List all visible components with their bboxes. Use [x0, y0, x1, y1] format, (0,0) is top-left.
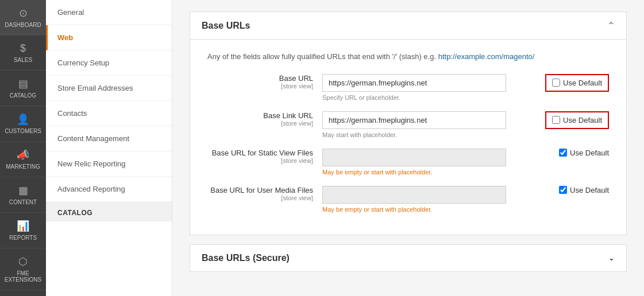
sidebar-item-catalog[interactable]: ▤ CATALOG: [0, 71, 46, 106]
sidebar-item-reports[interactable]: 📊 REPORTS: [0, 213, 46, 248]
use-default-checkbox-media-url[interactable]: [559, 186, 567, 194]
sidebar-item-label: DASHBOARD: [5, 22, 41, 28]
collapse-icon: ⌃: [607, 20, 615, 31]
use-default-checkbox-static-view-url[interactable]: [559, 149, 567, 157]
field-base-link-url: May start with placeholder.: [322, 111, 534, 138]
use-default-media-url: Use Default: [559, 186, 609, 194]
base-urls-secure-header[interactable]: Base URLs (Secure) ⌄: [190, 244, 627, 272]
input-static-view-url[interactable]: [322, 149, 506, 166]
use-default-label-base-url: Use Default: [563, 79, 602, 87]
hint-base-link-url: May start with placeholder.: [322, 131, 534, 138]
form-row-base-link-url: Base Link URL [store view] May start wit…: [207, 111, 609, 138]
use-default-checkbox-base-url[interactable]: [552, 79, 560, 87]
sales-icon: $: [20, 42, 26, 54]
nav-item-new-relic[interactable]: New Relic Reporting: [46, 151, 172, 177]
label-static-view-url: Base URL for Static View Files [store vi…: [207, 149, 322, 164]
hint-base-url: Specify URL or placeholder.: [322, 94, 534, 101]
section-title: Base URLs: [202, 21, 250, 31]
use-default-label-static-view-url: Use Default: [570, 149, 609, 157]
sidebar-item-label: CONTENT: [9, 199, 37, 205]
description-text: Any of the fields allow fully qualified …: [207, 51, 609, 63]
nav-item-content-mgmt[interactable]: Content Management: [46, 126, 172, 151]
label-base-url: Base URL [store view]: [207, 74, 322, 89]
use-default-label-base-link-url: Use Default: [563, 116, 602, 124]
sidebar-item-label: CUSTOMERS: [5, 128, 41, 134]
description-link[interactable]: http://example.com/magento/: [438, 52, 535, 61]
sidebar-item-label: MARKETING: [6, 163, 40, 170]
hint-static-view-url: May be empty or start with placeholder.: [322, 169, 547, 176]
nav-item-currency[interactable]: Currency Setup: [46, 50, 172, 76]
nav-section-catalog: CATALOG: [46, 202, 172, 221]
sidebar-item-sales[interactable]: $ SALES: [0, 36, 46, 71]
content-icon: ▦: [18, 184, 28, 197]
sidebar-item-marketing[interactable]: 📣 MARKETING: [0, 142, 46, 177]
nav-item-general[interactable]: General: [46, 0, 172, 25]
use-default-checkbox-base-link-url[interactable]: [552, 116, 560, 124]
base-urls-body: Any of the fields allow fully qualified …: [190, 40, 627, 235]
hint-media-url: May be empty or start with placeholder.: [322, 206, 547, 213]
reports-icon: 📊: [17, 220, 29, 232]
use-default-base-link-url: Use Default: [545, 111, 609, 129]
form-row-base-url: Base URL [store view] Specify URL or pla…: [207, 74, 609, 101]
use-default-base-url: Use Default: [545, 74, 609, 92]
nav-item-email[interactable]: Store Email Addresses: [46, 76, 172, 101]
sidebar-item-content[interactable]: ▦ CONTENT: [0, 177, 46, 213]
sidebar-item-label: REPORTS: [9, 235, 37, 241]
secure-section-title: Base URLs (Secure): [202, 253, 290, 263]
label-base-link-url: Base Link URL [store view]: [207, 111, 322, 127]
use-default-label-media-url: Use Default: [570, 186, 609, 194]
nav-panel: General Web Currency Setup Store Email A…: [46, 0, 172, 296]
customers-icon: 👤: [17, 113, 29, 126]
field-base-url: Specify URL or placeholder.: [322, 74, 534, 101]
catalog-icon: ▤: [18, 77, 28, 90]
input-media-url[interactable]: [322, 186, 506, 204]
field-media-url: May be empty or start with placeholder.: [322, 186, 547, 213]
main-content: Base URLs ⌃ Any of the fields allow full…: [172, 0, 644, 296]
field-static-view-url: May be empty or start with placeholder.: [322, 149, 547, 176]
dashboard-icon: ⊙: [19, 7, 28, 20]
nav-item-contacts[interactable]: Contacts: [46, 101, 172, 126]
use-default-static-view-url: Use Default: [559, 149, 609, 157]
input-base-url[interactable]: [322, 74, 506, 92]
form-row-static-view-url: Base URL for Static View Files [store vi…: [207, 149, 609, 176]
sidebar: ⊙ DASHBOARD $ SALES ▤ CATALOG 👤 CUSTOMER…: [0, 0, 46, 296]
expand-icon: ⌄: [608, 254, 615, 262]
sidebar-item-customers[interactable]: 👤 CUSTOMERS: [0, 106, 46, 142]
form-row-media-url: Base URL for User Media Files [store vie…: [207, 186, 609, 213]
input-base-link-url[interactable]: [322, 111, 506, 129]
base-urls-header[interactable]: Base URLs ⌃: [190, 11, 627, 40]
sidebar-item-fme[interactable]: ⬡ FME EXTENSIONS: [0, 248, 46, 290]
marketing-icon: 📣: [17, 149, 29, 161]
sidebar-item-label: SALES: [14, 57, 32, 63]
nav-item-web[interactable]: Web: [46, 25, 172, 50]
sidebar-item-dashboard[interactable]: ⊙ DASHBOARD: [0, 0, 46, 36]
sidebar-item-label: CATALOG: [10, 92, 36, 99]
fme-icon: ⬡: [18, 255, 28, 268]
sidebar-item-label: FME EXTENSIONS: [2, 270, 44, 283]
label-media-url: Base URL for User Media Files [store vie…: [207, 186, 322, 201]
nav-item-advanced-reporting[interactable]: Advanced Reporting: [46, 177, 172, 202]
